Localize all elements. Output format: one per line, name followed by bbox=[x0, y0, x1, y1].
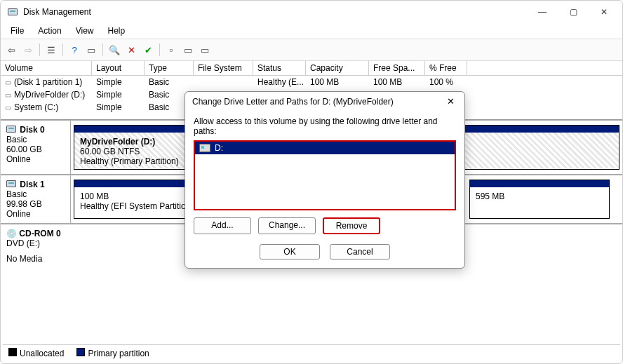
partition[interactable]: 595 MB bbox=[469, 180, 610, 219]
disk-label[interactable]: Disk 0 Basic 60.00 GB Online bbox=[1, 121, 71, 174]
list-icon[interactable]: ▭ bbox=[197, 42, 213, 58]
volume-name: (Disk 1 partition 1) bbox=[14, 77, 82, 87]
legend: Unallocated Primary partition bbox=[3, 344, 620, 361]
disk-label[interactable]: Disk 1 Basic 99.98 GB Online bbox=[1, 175, 71, 223]
menu-action[interactable]: Action bbox=[32, 25, 67, 37]
minimize-button[interactable]: — bbox=[527, 2, 558, 22]
volume-icon: ▭ bbox=[5, 104, 11, 112]
col-status[interactable]: Status bbox=[253, 61, 306, 75]
menu-file[interactable]: File bbox=[5, 25, 29, 37]
disk-label[interactable]: 💿 CD-ROM 0 DVD (E:) No Media bbox=[1, 224, 71, 268]
col-file-system[interactable]: File System bbox=[194, 61, 253, 75]
window-title: Disk Management bbox=[23, 7, 91, 17]
swatch-unallocated bbox=[8, 348, 17, 356]
drive-paths-listbox[interactable]: D: bbox=[194, 140, 456, 210]
dialog-title: Change Drive Letter and Paths for D: (My… bbox=[192, 97, 394, 107]
settings-icon[interactable]: ▭ bbox=[83, 42, 99, 58]
drive-icon bbox=[199, 144, 210, 152]
dialog-close-button[interactable]: ✕ bbox=[443, 96, 457, 107]
disk-icon bbox=[6, 180, 16, 187]
cancel-button[interactable]: Cancel bbox=[330, 244, 390, 259]
back-icon[interactable]: ⇦ bbox=[4, 42, 19, 58]
partition[interactable]: 100 MB Healthy (EFI System Partitio bbox=[74, 180, 193, 219]
col-percent-free[interactable]: % Free bbox=[425, 61, 467, 75]
col-free-space[interactable]: Free Spa... bbox=[369, 61, 425, 75]
menu-help[interactable]: Help bbox=[102, 25, 131, 37]
ok-button[interactable]: OK bbox=[260, 244, 320, 259]
volume-name: System (C:) bbox=[14, 102, 58, 112]
swatch-primary bbox=[76, 348, 85, 356]
menu-bar: File Action View Help bbox=[1, 23, 622, 39]
title-bar: Disk Management — ▢ ✕ bbox=[1, 1, 622, 23]
toolbar: ⇦ ⇨ ☰ ? ▭ 🔍 ✕ ✔ ▫ ▭ ▭ bbox=[1, 39, 622, 61]
menu-view[interactable]: View bbox=[70, 25, 100, 37]
remove-button[interactable]: Remove bbox=[323, 217, 380, 234]
disk-icon bbox=[6, 126, 16, 133]
properties-icon[interactable]: 🔍 bbox=[107, 42, 122, 58]
change-drive-letter-dialog: Change Drive Letter and Paths for D: (My… bbox=[185, 91, 465, 269]
volume-grid-header: Volume Layout Type File System Status Ca… bbox=[1, 61, 622, 76]
col-capacity[interactable]: Capacity bbox=[306, 61, 369, 75]
show-hide-icon[interactable]: ☰ bbox=[43, 42, 59, 58]
delete-icon[interactable]: ✕ bbox=[123, 42, 139, 58]
volume-icon: ▭ bbox=[5, 91, 11, 99]
maximize-button[interactable]: ▢ bbox=[558, 2, 589, 22]
forward-icon[interactable]: ⇨ bbox=[20, 42, 36, 58]
add-button[interactable]: Add... bbox=[194, 217, 251, 234]
col-layout[interactable]: Layout bbox=[92, 61, 145, 75]
refresh-icon[interactable]: ✔ bbox=[140, 42, 156, 58]
dialog-instruction: Allow access to this volume by using the… bbox=[194, 116, 456, 136]
format-icon[interactable]: ▭ bbox=[180, 42, 196, 58]
new-icon[interactable]: ▫ bbox=[163, 42, 179, 58]
table-row[interactable]: ▭(Disk 1 partition 1) Simple Basic Healt… bbox=[1, 76, 622, 88]
change-button[interactable]: Change... bbox=[258, 217, 316, 234]
app-icon bbox=[8, 6, 19, 18]
volume-name: MyDriveFolder (D:) bbox=[14, 90, 85, 100]
col-type[interactable]: Type bbox=[145, 61, 194, 75]
col-volume[interactable]: Volume bbox=[1, 61, 92, 75]
drive-path-item[interactable]: D: bbox=[195, 142, 455, 154]
close-button[interactable]: ✕ bbox=[589, 2, 619, 22]
volume-icon: ▭ bbox=[5, 79, 11, 86]
help-icon[interactable]: ? bbox=[67, 42, 82, 58]
